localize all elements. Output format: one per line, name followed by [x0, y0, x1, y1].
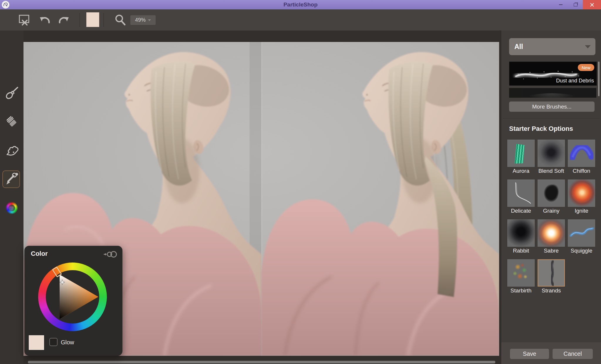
starbirth-art: [507, 259, 535, 287]
chiffon-art: [568, 140, 595, 167]
starter-pack-title: Starter Pack Options: [509, 125, 573, 133]
blend-soft-art: [538, 140, 565, 167]
brush-tile-blend-soft[interactable]: [538, 140, 565, 167]
zoom-level-value: 49%: [135, 17, 146, 23]
restore-button[interactable]: [568, 0, 583, 9]
brush-label: Grainy: [536, 208, 566, 214]
brush-label: Sabre: [536, 248, 566, 254]
rabbit-art: [507, 219, 535, 247]
partial-brush-art: [527, 93, 577, 98]
particleshop-window: ParticleShop 49%: [0, 0, 601, 364]
brush-label: Aurora: [506, 168, 536, 174]
minimize-icon: [559, 4, 563, 5]
glow-label: Glow: [61, 339, 74, 346]
tool-rail: ?: [0, 31, 23, 364]
restore-icon: [574, 3, 578, 6]
more-brushes-label: More Brushes...: [532, 104, 571, 110]
brush-tile-starbirth[interactable]: [507, 259, 535, 287]
brush-tile-squiggle[interactable]: [568, 219, 595, 247]
pin-icon[interactable]: [103, 250, 117, 258]
brush-label: Ignite: [566, 208, 597, 214]
brush-filter-dropdown[interactable]: All: [509, 38, 595, 55]
color-panel-title: Color: [31, 250, 48, 258]
toolbar-separator: [79, 13, 80, 27]
glow-checkbox[interactable]: [49, 338, 58, 346]
brush-label: Strands: [536, 287, 566, 294]
zoom-magnifier-icon[interactable]: [114, 13, 127, 26]
panel-divider: [503, 118, 600, 119]
chevron-down-icon: [148, 19, 151, 21]
ignite-art: [568, 180, 595, 207]
brush-label: Chiffon: [566, 168, 597, 174]
brush-panel: All New Dust and Debris: [501, 31, 601, 364]
toolbar-separator: [103, 13, 104, 27]
eraser-tool-button[interactable]: [4, 114, 19, 129]
brush-tile-delicate[interactable]: [507, 180, 535, 207]
main-toolbar: 49%: [0, 9, 601, 31]
brush-label: Starbirth: [506, 287, 536, 294]
brush-tile-strands-selected[interactable]: [538, 259, 565, 287]
deselect-crop-button[interactable]: [18, 13, 31, 26]
brush-tile-grainy[interactable]: [538, 180, 565, 207]
brush-label: Delicate: [506, 208, 536, 214]
cancel-button[interactable]: Cancel: [553, 349, 593, 359]
brush-list-scrollbar[interactable]: [598, 62, 600, 96]
brush-tile-rabbit[interactable]: [507, 219, 535, 247]
save-label: Save: [523, 351, 536, 357]
more-brushes-button[interactable]: More Brushes...: [509, 101, 595, 112]
save-button[interactable]: Save: [510, 349, 549, 359]
smudge-tool-button[interactable]: [4, 143, 19, 158]
brush-label: Rabbit: [506, 248, 536, 254]
brush-tile-ignite[interactable]: [568, 180, 595, 207]
hue-ring[interactable]: [38, 263, 107, 331]
current-color-swatch[interactable]: [86, 12, 99, 27]
zoom-level-select[interactable]: 49%: [130, 15, 156, 25]
delicate-art: [507, 180, 535, 207]
eyedropper-tool-button[interactable]: [4, 172, 19, 187]
window-title: ParticleShop: [0, 1, 601, 8]
squiggle-art: [568, 219, 595, 247]
aurora-art: [510, 142, 531, 165]
brush-label: Squiggle: [566, 248, 597, 254]
brush-tile-partial[interactable]: [509, 88, 596, 98]
horizontal-scrollbar[interactable]: [28, 361, 495, 363]
color-cursor[interactable]: [60, 280, 65, 285]
strands-art: [538, 260, 564, 286]
cancel-label: Cancel: [563, 351, 582, 357]
brush-tile-chiffon[interactable]: [568, 140, 595, 167]
close-button[interactable]: [583, 0, 601, 9]
new-badge: New: [578, 64, 594, 71]
grainy-art: [538, 180, 565, 207]
color-wheel-tool-button[interactable]: [6, 202, 18, 214]
brush-tool-button[interactable]: [4, 85, 19, 101]
brush-tile-sabre[interactable]: [538, 219, 565, 247]
color-panel: Color: [24, 246, 122, 356]
brush-tile-aurora[interactable]: [507, 140, 535, 167]
selected-color-swatch[interactable]: [29, 335, 44, 350]
redo-button[interactable]: [58, 13, 70, 26]
minimize-button[interactable]: [553, 0, 568, 9]
titlebar[interactable]: ParticleShop: [0, 0, 601, 9]
saturation-value-triangle[interactable]: [38, 263, 107, 331]
panel-action-bar: Save Cancel: [501, 342, 601, 364]
close-icon: [590, 3, 594, 7]
brush-label: Blend Soft: [536, 168, 566, 174]
chevron-down-icon: [585, 45, 591, 48]
sabre-art: [538, 219, 565, 247]
brush-filter-value: All: [514, 43, 523, 51]
undo-button[interactable]: [38, 13, 51, 26]
featured-brush-name: Dust and Debris: [556, 78, 594, 84]
brush-tile-dust-and-debris[interactable]: New Dust and Debris: [509, 62, 597, 86]
